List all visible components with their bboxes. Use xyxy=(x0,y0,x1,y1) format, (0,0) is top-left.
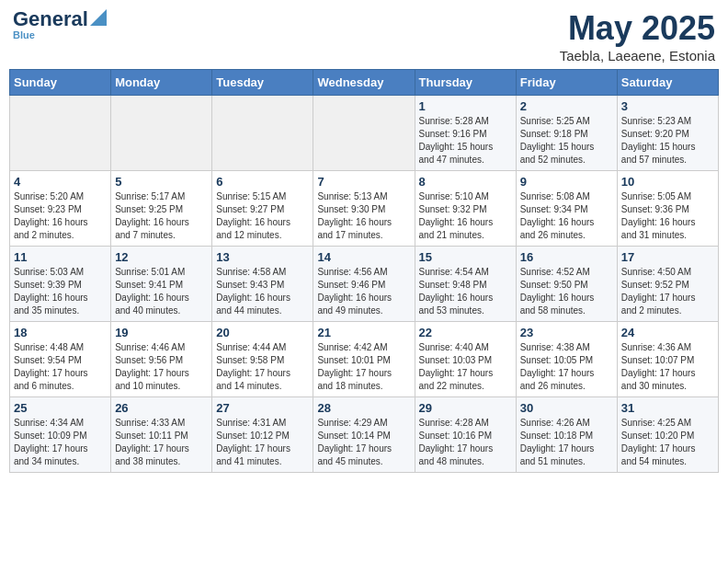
day-number: 6 xyxy=(216,175,309,189)
day-info: Sunrise: 4:56 AM Sunset: 9:46 PM Dayligh… xyxy=(317,266,410,317)
day-number: 16 xyxy=(520,250,613,264)
day-cell: 9Sunrise: 5:08 AM Sunset: 9:34 PM Daylig… xyxy=(516,171,617,247)
day-cell: 18Sunrise: 4:48 AM Sunset: 9:54 PM Dayli… xyxy=(10,322,111,397)
day-info: Sunrise: 5:03 AM Sunset: 9:39 PM Dayligh… xyxy=(14,266,107,317)
day-number: 11 xyxy=(14,250,107,264)
day-info: Sunrise: 4:29 AM Sunset: 10:14 PM Daylig… xyxy=(317,417,410,468)
day-cell xyxy=(111,96,212,171)
calendar-title: May 2025 xyxy=(560,9,715,48)
day-cell: 28Sunrise: 4:29 AM Sunset: 10:14 PM Dayl… xyxy=(313,397,415,473)
svg-marker-0 xyxy=(90,9,107,26)
day-number: 15 xyxy=(419,250,512,264)
day-info: Sunrise: 5:20 AM Sunset: 9:23 PM Dayligh… xyxy=(14,190,107,242)
weekday-header-monday: Monday xyxy=(111,70,212,96)
day-info: Sunrise: 5:08 AM Sunset: 9:34 PM Dayligh… xyxy=(520,190,613,242)
day-info: Sunrise: 4:25 AM Sunset: 10:20 PM Daylig… xyxy=(621,417,714,468)
day-info: Sunrise: 5:28 AM Sunset: 9:16 PM Dayligh… xyxy=(419,115,512,167)
calendar-table: SundayMondayTuesdayWednesdayThursdayFrid… xyxy=(9,69,719,473)
day-cell: 22Sunrise: 4:40 AM Sunset: 10:03 PM Dayl… xyxy=(415,322,516,397)
day-number: 20 xyxy=(216,326,309,339)
week-row-5: 25Sunrise: 4:34 AM Sunset: 10:09 PM Dayl… xyxy=(10,397,719,473)
day-cell: 24Sunrise: 4:36 AM Sunset: 10:07 PM Dayl… xyxy=(617,322,718,397)
weekday-header-wednesday: Wednesday xyxy=(313,70,415,96)
day-number: 18 xyxy=(14,326,107,339)
day-info: Sunrise: 4:38 AM Sunset: 10:05 PM Daylig… xyxy=(520,341,613,393)
page-header: General Blue May 2025 Taebla, Laeaene, E… xyxy=(9,9,719,63)
day-info: Sunrise: 5:05 AM Sunset: 9:36 PM Dayligh… xyxy=(621,190,714,242)
logo-icon xyxy=(90,9,107,26)
day-number: 27 xyxy=(216,401,309,415)
day-cell: 14Sunrise: 4:56 AM Sunset: 9:46 PM Dayli… xyxy=(313,247,415,322)
day-info: Sunrise: 4:42 AM Sunset: 10:01 PM Daylig… xyxy=(317,341,410,393)
day-cell: 8Sunrise: 5:10 AM Sunset: 9:32 PM Daylig… xyxy=(415,171,516,247)
day-cell: 3Sunrise: 5:23 AM Sunset: 9:20 PM Daylig… xyxy=(617,96,718,171)
day-cell: 31Sunrise: 4:25 AM Sunset: 10:20 PM Dayl… xyxy=(617,397,718,473)
day-info: Sunrise: 4:58 AM Sunset: 9:43 PM Dayligh… xyxy=(216,266,309,317)
day-number: 13 xyxy=(216,250,309,264)
day-cell: 7Sunrise: 5:13 AM Sunset: 9:30 PM Daylig… xyxy=(313,171,415,247)
weekday-header-tuesday: Tuesday xyxy=(212,70,313,96)
day-info: Sunrise: 5:01 AM Sunset: 9:41 PM Dayligh… xyxy=(115,266,208,317)
day-number: 28 xyxy=(317,401,410,415)
day-info: Sunrise: 4:44 AM Sunset: 9:58 PM Dayligh… xyxy=(216,341,309,393)
day-cell: 30Sunrise: 4:26 AM Sunset: 10:18 PM Dayl… xyxy=(516,397,617,473)
weekday-header-sunday: Sunday xyxy=(10,70,111,96)
day-number: 2 xyxy=(520,99,613,113)
logo: General Blue xyxy=(13,9,107,40)
day-cell: 17Sunrise: 4:50 AM Sunset: 9:52 PM Dayli… xyxy=(617,247,718,322)
day-cell: 15Sunrise: 4:54 AM Sunset: 9:48 PM Dayli… xyxy=(415,247,516,322)
day-number: 8 xyxy=(419,175,512,189)
day-cell: 5Sunrise: 5:17 AM Sunset: 9:25 PM Daylig… xyxy=(111,171,212,247)
day-info: Sunrise: 4:50 AM Sunset: 9:52 PM Dayligh… xyxy=(621,266,714,317)
day-cell: 4Sunrise: 5:20 AM Sunset: 9:23 PM Daylig… xyxy=(10,171,111,247)
day-cell: 20Sunrise: 4:44 AM Sunset: 9:58 PM Dayli… xyxy=(212,322,313,397)
day-number: 7 xyxy=(317,175,410,189)
day-cell: 10Sunrise: 5:05 AM Sunset: 9:36 PM Dayli… xyxy=(617,171,718,247)
day-info: Sunrise: 4:40 AM Sunset: 10:03 PM Daylig… xyxy=(419,341,512,393)
day-info: Sunrise: 4:52 AM Sunset: 9:50 PM Dayligh… xyxy=(520,266,613,317)
day-number: 24 xyxy=(621,326,714,339)
day-info: Sunrise: 4:54 AM Sunset: 9:48 PM Dayligh… xyxy=(419,266,512,317)
day-info: Sunrise: 4:26 AM Sunset: 10:18 PM Daylig… xyxy=(520,417,613,468)
day-info: Sunrise: 4:33 AM Sunset: 10:11 PM Daylig… xyxy=(115,417,208,468)
day-cell: 21Sunrise: 4:42 AM Sunset: 10:01 PM Dayl… xyxy=(313,322,415,397)
weekday-header-thursday: Thursday xyxy=(415,70,516,96)
week-row-1: 1Sunrise: 5:28 AM Sunset: 9:16 PM Daylig… xyxy=(10,96,719,171)
day-info: Sunrise: 4:31 AM Sunset: 10:12 PM Daylig… xyxy=(216,417,309,468)
week-row-3: 11Sunrise: 5:03 AM Sunset: 9:39 PM Dayli… xyxy=(10,247,719,322)
day-number: 30 xyxy=(520,401,613,415)
day-number: 3 xyxy=(621,99,714,113)
day-cell xyxy=(313,96,415,171)
day-info: Sunrise: 4:36 AM Sunset: 10:07 PM Daylig… xyxy=(621,341,714,393)
day-info: Sunrise: 4:34 AM Sunset: 10:09 PM Daylig… xyxy=(14,417,107,468)
day-cell: 19Sunrise: 4:46 AM Sunset: 9:56 PM Dayli… xyxy=(111,322,212,397)
day-cell: 12Sunrise: 5:01 AM Sunset: 9:41 PM Dayli… xyxy=(111,247,212,322)
calendar-subtitle: Taebla, Laeaene, Estonia xyxy=(560,48,715,63)
day-cell: 6Sunrise: 5:15 AM Sunset: 9:27 PM Daylig… xyxy=(212,171,313,247)
day-info: Sunrise: 5:10 AM Sunset: 9:32 PM Dayligh… xyxy=(419,190,512,242)
day-info: Sunrise: 4:48 AM Sunset: 9:54 PM Dayligh… xyxy=(14,341,107,393)
day-number: 14 xyxy=(317,250,410,264)
day-number: 29 xyxy=(419,401,512,415)
day-cell xyxy=(10,96,111,171)
day-cell: 25Sunrise: 4:34 AM Sunset: 10:09 PM Dayl… xyxy=(10,397,111,473)
logo-blue: Blue xyxy=(13,29,35,40)
day-cell: 16Sunrise: 4:52 AM Sunset: 9:50 PM Dayli… xyxy=(516,247,617,322)
day-number: 10 xyxy=(621,175,714,189)
day-info: Sunrise: 5:25 AM Sunset: 9:18 PM Dayligh… xyxy=(520,115,613,167)
day-number: 21 xyxy=(317,326,410,339)
title-block: May 2025 Taebla, Laeaene, Estonia xyxy=(560,9,715,63)
day-info: Sunrise: 5:15 AM Sunset: 9:27 PM Dayligh… xyxy=(216,190,309,242)
day-number: 1 xyxy=(419,99,512,113)
logo-general: General xyxy=(13,9,88,29)
day-cell: 1Sunrise: 5:28 AM Sunset: 9:16 PM Daylig… xyxy=(415,96,516,171)
weekday-header-saturday: Saturday xyxy=(617,70,718,96)
week-row-4: 18Sunrise: 4:48 AM Sunset: 9:54 PM Dayli… xyxy=(10,322,719,397)
day-number: 4 xyxy=(14,175,107,189)
day-number: 12 xyxy=(115,250,208,264)
day-number: 17 xyxy=(621,250,714,264)
day-cell: 13Sunrise: 4:58 AM Sunset: 9:43 PM Dayli… xyxy=(212,247,313,322)
day-number: 9 xyxy=(520,175,613,189)
weekday-header-row: SundayMondayTuesdayWednesdayThursdayFrid… xyxy=(10,70,719,96)
day-info: Sunrise: 4:46 AM Sunset: 9:56 PM Dayligh… xyxy=(115,341,208,393)
